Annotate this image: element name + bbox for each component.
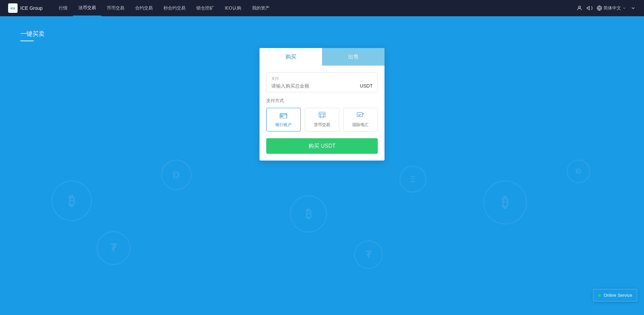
svg-rect-4: [281, 116, 282, 117]
volume-icon[interactable]: [587, 5, 593, 11]
nav-item-ieo[interactable]: IEO认购: [219, 0, 246, 16]
brand-logo: ice: [8, 3, 18, 13]
online-service-label: Online Service: [603, 293, 632, 298]
nav-item-market[interactable]: 行情: [53, 0, 73, 16]
bank-label: 银行账户: [275, 122, 292, 128]
svg-point-0: [578, 6, 580, 8]
payment-method-wire[interactable]: 国际电汇: [343, 108, 378, 131]
nav-right: 简体中文: [576, 5, 636, 11]
currency-label: USDT: [360, 83, 373, 89]
payment-method-bank[interactable]: 银行账户: [266, 108, 301, 131]
user-icon[interactable]: [576, 5, 583, 11]
payment-methods: 银行账户 货币交易: [266, 108, 378, 131]
brand[interactable]: ice ICE Group: [8, 3, 43, 13]
page-title: 一键买卖: [20, 30, 624, 38]
nav-items: 行情 法币交易 币币交易 合约交易 秒合约交易 锁仓挖矿 IEO认购 我的资产: [53, 0, 576, 16]
bank-icon: [279, 112, 288, 120]
nav-item-mining[interactable]: 锁仓挖矿: [191, 0, 219, 16]
page-title-section: 一键买卖: [20, 30, 624, 41]
svg-marker-1: [587, 6, 590, 10]
online-service-button[interactable]: Online Service: [593, 289, 637, 301]
tab-sell[interactable]: 出售: [322, 48, 385, 66]
wire-label: 国际电汇: [352, 122, 369, 128]
brand-name: ICE Group: [20, 5, 43, 11]
nav-item-assets[interactable]: 我的资产: [247, 0, 275, 16]
exchange-label: 货币交易: [314, 122, 330, 128]
trade-card: 购买 出售 支付 USDT 支付方式: [259, 48, 385, 161]
more-icon[interactable]: [630, 5, 636, 11]
navbar: ice ICE Group 行情 法币交易 币币交易 合约交易 秒合约交易 锁仓…: [0, 0, 644, 16]
online-service-dot: [598, 294, 601, 297]
buy-button[interactable]: 购买 USDT: [266, 138, 378, 154]
nav-item-coin[interactable]: 币币交易: [101, 0, 130, 16]
payment-methods-label: 支付方式: [266, 98, 378, 104]
trade-tabs: 购买 出售: [259, 48, 385, 66]
card-body: 支付 USDT 支付方式: [259, 66, 385, 161]
svg-rect-5: [319, 112, 325, 117]
payment-method-exchange[interactable]: 货币交易: [305, 108, 339, 131]
nav-item-contract[interactable]: 合约交易: [130, 0, 158, 16]
amount-input-group: 支付 USDT: [266, 72, 378, 92]
nav-item-fiat[interactable]: 法币交易: [73, 0, 101, 16]
page-title-underline: [20, 41, 34, 41]
tab-buy[interactable]: 购买: [259, 48, 322, 66]
exchange-icon: [318, 112, 326, 120]
wire-icon: [356, 112, 365, 120]
input-row: USDT: [271, 83, 373, 89]
amount-input[interactable]: [271, 83, 360, 89]
nav-item-flash-contract[interactable]: 秒合约交易: [158, 0, 191, 16]
language-selector[interactable]: 简体中文: [597, 5, 626, 11]
main-content: ₿ Ð ₿ Ξ ₿ Ð ₮ ₮ 一键买卖 购买 出售: [0, 16, 644, 315]
payment-label: 支付: [271, 76, 373, 81]
